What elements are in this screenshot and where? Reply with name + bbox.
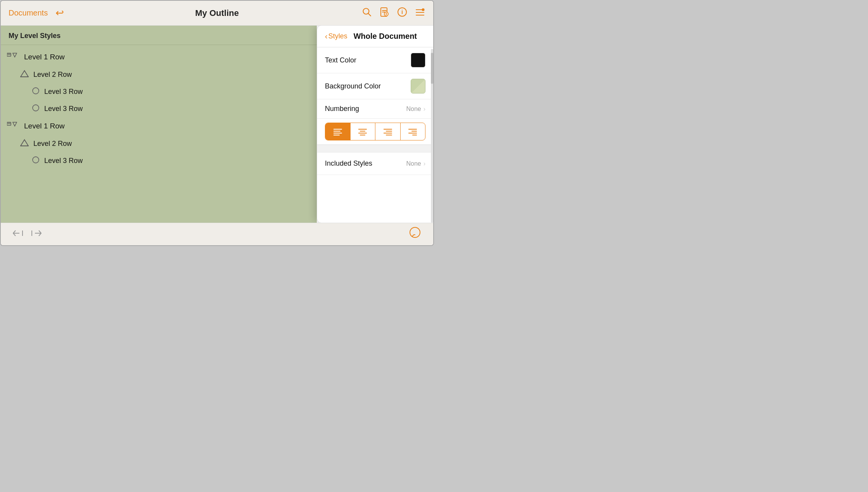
list-item[interactable]: Level 1 Row: [1, 117, 317, 135]
page-title: My Outline: [113, 8, 321, 18]
alignment-buttons: [325, 123, 425, 140]
level1-row-text: Level 1 Row: [24, 53, 65, 61]
list-triangle-icon: [7, 121, 19, 131]
export-icon[interactable]: [379, 7, 390, 20]
outline-items: Level 1 Row Level 2 Row: [1, 45, 317, 172]
header-right: i: [321, 7, 426, 20]
main-content: My Level Styles Level 1 Row: [1, 26, 433, 223]
numbering-row[interactable]: Numbering None ›: [317, 99, 433, 119]
documents-link[interactable]: Documents: [9, 9, 48, 17]
chevron-left-icon: ‹: [325, 32, 328, 41]
alignment-row: [317, 119, 433, 145]
styles-back-button[interactable]: ‹ Styles: [325, 32, 347, 41]
styles-panel: ‹ Styles Whole Document Text Color Backg…: [317, 26, 433, 223]
level3-row-text: Level 3 Row: [44, 88, 83, 96]
menu-icon[interactable]: [415, 7, 425, 20]
list-item[interactable]: Level 3 Row: [1, 100, 317, 117]
align-right-center-button[interactable]: [375, 123, 401, 140]
app-header: Documents ↩ My Outline: [1, 1, 433, 26]
list-item[interactable]: Level 3 Row: [1, 152, 317, 169]
level2-row-text: Level 2 Row: [33, 140, 72, 148]
svg-point-43: [410, 227, 420, 237]
align-center-left-button[interactable]: [351, 123, 376, 140]
align-left-button[interactable]: [325, 123, 351, 140]
scrollbar: [431, 49, 433, 223]
list-item[interactable]: Level 3 Row: [1, 83, 317, 100]
search-icon[interactable]: [362, 7, 372, 19]
header-left: Documents ↩: [9, 7, 113, 19]
text-color-row[interactable]: Text Color: [317, 47, 433, 73]
comment-button[interactable]: [408, 230, 422, 242]
svg-marker-21: [21, 140, 28, 146]
svg-point-15: [33, 88, 39, 94]
background-color-row[interactable]: Background Color: [317, 73, 433, 99]
level2-row-text: Level 2 Row: [33, 71, 72, 79]
styles-panel-title: Whole Document: [354, 32, 417, 41]
text-color-label: Text Color: [325, 56, 411, 64]
level3-row-text: Level 3 Row: [44, 105, 83, 113]
svg-point-22: [33, 157, 39, 163]
svg-point-9: [422, 8, 425, 11]
text-color-swatch[interactable]: [411, 53, 425, 68]
background-color-label: Background Color: [325, 82, 411, 90]
styles-panel-header: ‹ Styles Whole Document: [317, 26, 433, 47]
outline-section-title: My Level Styles: [1, 26, 317, 45]
bottom-bar: [1, 223, 433, 245]
scroll-thumb: [431, 53, 433, 84]
chevron-right-icon: ›: [424, 160, 425, 167]
svg-line-1: [368, 13, 371, 16]
circle-icon: [32, 156, 40, 165]
circle-icon: [32, 104, 40, 113]
triangle-icon: [20, 139, 29, 148]
included-styles-row[interactable]: Included Styles None ›: [317, 152, 433, 175]
svg-marker-20: [13, 122, 17, 126]
svg-marker-13: [13, 53, 17, 57]
info-icon[interactable]: i: [397, 7, 408, 20]
level3-row-text: Level 3 Row: [44, 157, 83, 165]
triangle-icon: [20, 70, 29, 79]
bottom-right: [408, 226, 422, 242]
align-right-button[interactable]: [401, 123, 425, 140]
list-item[interactable]: Level 2 Row: [1, 66, 317, 83]
outline-panel: My Level Styles Level 1 Row: [1, 26, 317, 223]
list-item[interactable]: Level 2 Row: [1, 135, 317, 152]
back-icon[interactable]: ↩: [56, 7, 64, 19]
next-button[interactable]: [31, 229, 42, 240]
included-styles-label: Included Styles: [325, 159, 406, 168]
background-color-swatch[interactable]: [411, 79, 425, 94]
svg-text:i: i: [401, 9, 403, 15]
list-item[interactable]: Level 1 Row: [1, 48, 317, 66]
prev-button[interactable]: [12, 229, 23, 240]
circle-icon: [32, 87, 40, 96]
styles-back-label: Styles: [328, 32, 347, 40]
numbering-value: None: [406, 106, 421, 113]
section-divider: [317, 145, 433, 152]
numbering-label: Numbering: [325, 105, 406, 113]
svg-point-16: [33, 105, 39, 111]
bottom-nav: [12, 229, 42, 240]
list-triangle-icon: [7, 52, 19, 62]
level1-row-text: Level 1 Row: [24, 122, 65, 130]
svg-marker-14: [21, 71, 28, 77]
included-styles-value: None: [406, 160, 421, 167]
chevron-right-icon: ›: [424, 106, 425, 113]
